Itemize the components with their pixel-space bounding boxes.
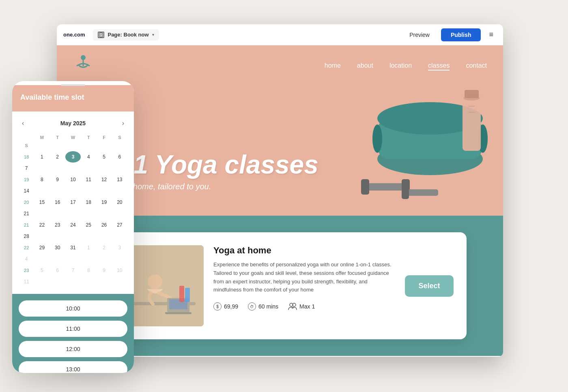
cal-day-other[interactable]: 5 — [34, 265, 49, 276]
svg-rect-21 — [123, 245, 204, 326]
week-num-20: 20 — [19, 197, 34, 208]
duration-item: ⏱ 60 mins — [248, 302, 278, 311]
cal-day-other[interactable]: 11 — [19, 276, 34, 287]
cal-day[interactable]: 26 — [96, 219, 112, 231]
cal-day[interactable]: 5 — [96, 151, 112, 163]
cal-day[interactable]: 14 — [19, 185, 34, 197]
calendar-month: May 2025 — [60, 120, 86, 126]
nav-item-contact[interactable]: contact — [466, 62, 487, 69]
cal-day-other[interactable]: 8 — [81, 265, 96, 276]
class-image — [123, 245, 204, 326]
price-icon: $ — [213, 302, 222, 311]
page-selector[interactable]: Page: Book now ▾ — [93, 29, 159, 41]
cal-week-18: 18 1 2 3 4 5 6 7 — [19, 151, 127, 174]
cal-day[interactable]: 16 — [50, 197, 65, 208]
cal-day-other[interactable]: 3 — [112, 242, 127, 253]
time-slot-1000[interactable]: 10:00 — [19, 300, 127, 317]
cal-day-today[interactable]: 3 — [65, 151, 81, 163]
cal-day[interactable]: 18 — [81, 197, 96, 208]
svg-rect-27 — [179, 286, 184, 302]
chevron-down-icon: ▾ — [152, 32, 154, 37]
cal-day[interactable]: 31 — [65, 242, 81, 253]
prev-month-button[interactable]: ‹ — [19, 118, 27, 129]
cal-day[interactable]: 20 — [112, 197, 127, 208]
booking-meta: $ 69,99 ⏱ 60 mins — [213, 302, 395, 311]
nav-bar: home about location classes contact — [57, 45, 503, 86]
time-slot-1300[interactable]: 13:00 — [19, 361, 127, 373]
nav-links: home about location classes contact — [325, 62, 487, 69]
cal-day-other[interactable]: 9 — [96, 265, 112, 276]
svg-rect-20 — [402, 186, 409, 199]
cal-day-other[interactable]: 2 — [96, 242, 112, 253]
cal-day[interactable]: 22 — [34, 219, 49, 231]
cal-day-other[interactable]: 4 — [19, 253, 34, 265]
nav-item-about[interactable]: about — [357, 62, 373, 69]
select-button[interactable]: Select — [405, 275, 454, 297]
cal-day[interactable]: 11 — [81, 174, 96, 185]
col-sat: S — [112, 133, 127, 141]
publish-button[interactable]: Publish — [441, 28, 481, 41]
time-slot-1100[interactable]: 11:00 — [19, 321, 127, 337]
cal-day[interactable]: 27 — [112, 219, 127, 231]
time-slot-1200[interactable]: 12:00 — [19, 341, 127, 357]
cal-day[interactable]: 15 — [34, 197, 49, 208]
mobile-top-bar — [12, 81, 134, 85]
cal-day[interactable]: 4 — [81, 151, 96, 163]
cal-week-23: 23 5 6 7 8 9 10 11 — [19, 265, 127, 287]
svg-point-13 — [463, 96, 480, 101]
nav-item-classes[interactable]: classes — [428, 62, 450, 69]
week-num-18: 18 — [19, 151, 34, 163]
cal-day[interactable]: 12 — [96, 174, 112, 185]
cal-day[interactable]: 19 — [96, 197, 112, 208]
cal-day[interactable]: 13 — [112, 174, 127, 185]
calendar-grid: M T W T F S S 18 1 2 3 4 5 6 7 — [19, 133, 127, 287]
cal-day[interactable]: 17 — [65, 197, 81, 208]
mobile-notch — [61, 84, 85, 86]
svg-rect-28 — [185, 288, 190, 302]
cal-day-other[interactable]: 7 — [65, 265, 81, 276]
cal-day[interactable]: 24 — [65, 219, 81, 231]
cal-day[interactable]: 29 — [34, 242, 49, 253]
next-month-button[interactable]: › — [119, 118, 127, 129]
cal-day[interactable]: 8 — [34, 174, 49, 185]
svg-rect-11 — [463, 94, 481, 151]
cal-week-22: 22 29 30 31 1 2 3 4 — [19, 242, 127, 265]
cal-day-other[interactable]: 10 — [112, 265, 127, 276]
cal-day[interactable]: 6 — [112, 151, 127, 163]
hamburger-menu-icon[interactable]: ≡ — [486, 27, 497, 42]
site-logo — [73, 54, 93, 77]
cal-day[interactable]: 28 — [19, 231, 34, 242]
calendar-header: M T W T F S S — [19, 133, 127, 150]
booking-title: Yoga at home — [213, 245, 395, 256]
svg-rect-25 — [169, 299, 187, 309]
cal-day[interactable]: 21 — [19, 208, 34, 219]
col-mon: M — [34, 133, 49, 141]
cal-day[interactable]: 23 — [50, 219, 65, 231]
cal-day[interactable]: 10 — [65, 174, 81, 185]
nav-item-location[interactable]: location — [389, 62, 412, 69]
svg-point-23 — [148, 274, 162, 289]
svg-point-10 — [372, 124, 382, 153]
cal-day-other[interactable]: 6 — [50, 265, 65, 276]
cal-week-19: 19 8 9 10 11 12 13 14 — [19, 174, 127, 197]
cal-day-other[interactable]: 1 — [81, 242, 96, 253]
cal-day[interactable]: 9 — [50, 174, 65, 185]
price-item: $ 69,99 — [213, 302, 238, 311]
mobile-widget: Available time slot ‹ May 2025 › M T W T… — [12, 81, 134, 373]
booking-card: Yoga at home Experience the benefits of … — [110, 232, 467, 339]
cal-day[interactable]: 30 — [50, 242, 65, 253]
col-wed: W — [65, 133, 81, 141]
cal-day[interactable]: 25 — [81, 219, 96, 231]
cal-week-21: 21 22 23 24 25 26 27 28 — [19, 219, 127, 242]
nav-item-home[interactable]: home — [325, 62, 341, 69]
cal-day[interactable]: 7 — [19, 163, 34, 174]
cal-day[interactable]: 2 — [50, 151, 65, 163]
duration-value: 60 mins — [258, 303, 278, 310]
svg-point-4 — [81, 55, 86, 60]
cal-day[interactable]: 1 — [34, 151, 49, 163]
col-tue: T — [50, 133, 65, 141]
week-num-23: 23 — [19, 265, 34, 276]
preview-button[interactable]: Preview — [403, 28, 436, 41]
clock-icon: ⏱ — [248, 302, 256, 311]
mobile-header-title: Available time slot — [20, 93, 126, 102]
